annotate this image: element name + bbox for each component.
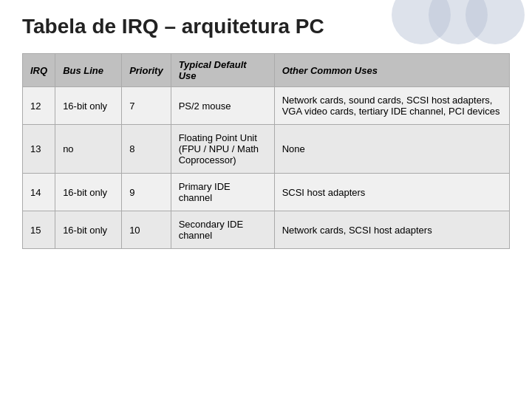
- cell-priority: 9: [122, 174, 171, 211]
- cell-irq: 13: [23, 125, 55, 174]
- cell-irq: 14: [23, 174, 55, 211]
- cell-busline: 16-bit only: [55, 211, 122, 249]
- cell-busline: no: [55, 125, 122, 174]
- cell-irq: 15: [23, 211, 55, 249]
- cell-irq: 12: [23, 87, 55, 125]
- cell-typical: Floating Point Unit (FPU / NPU / Math Co…: [171, 125, 274, 174]
- table-header-row: IRQ Bus Line Priority Typical Default Us…: [23, 54, 510, 87]
- cell-priority: 7: [122, 87, 171, 125]
- page: Tabela de IRQ – arquitetura PC IRQ Bus L…: [0, 0, 532, 399]
- page-title: Tabela de IRQ – arquitetura PC: [22, 15, 510, 38]
- cell-priority: 8: [122, 125, 171, 174]
- cell-typical: Secondary IDE channel: [171, 211, 274, 249]
- cell-typical: PS/2 mouse: [171, 87, 274, 125]
- irq-table: IRQ Bus Line Priority Typical Default Us…: [22, 53, 510, 249]
- cell-typical: Primary IDE channel: [171, 174, 274, 211]
- cell-busline: 16-bit only: [55, 87, 122, 125]
- col-header-irq: IRQ: [23, 54, 55, 87]
- cell-other: None: [274, 125, 509, 174]
- table-row: 13no8Floating Point Unit (FPU / NPU / Ma…: [23, 125, 510, 174]
- cell-other: Network cards, sound cards, SCSI host ad…: [274, 87, 509, 125]
- table-row: 1516-bit only10Secondary IDE channelNetw…: [23, 211, 510, 249]
- table-row: 1416-bit only9Primary IDE channelSCSI ho…: [23, 174, 510, 211]
- col-header-typical: Typical Default Use: [171, 54, 274, 87]
- cell-other: SCSI host adapters: [274, 174, 509, 211]
- cell-priority: 10: [122, 211, 171, 249]
- col-header-busline: Bus Line: [55, 54, 122, 87]
- col-header-priority: Priority: [122, 54, 171, 87]
- cell-other: Network cards, SCSI host adapters: [274, 211, 509, 249]
- cell-busline: 16-bit only: [55, 174, 122, 211]
- table-row: 1216-bit only7PS/2 mouseNetwork cards, s…: [23, 87, 510, 125]
- col-header-other: Other Common Uses: [274, 54, 509, 87]
